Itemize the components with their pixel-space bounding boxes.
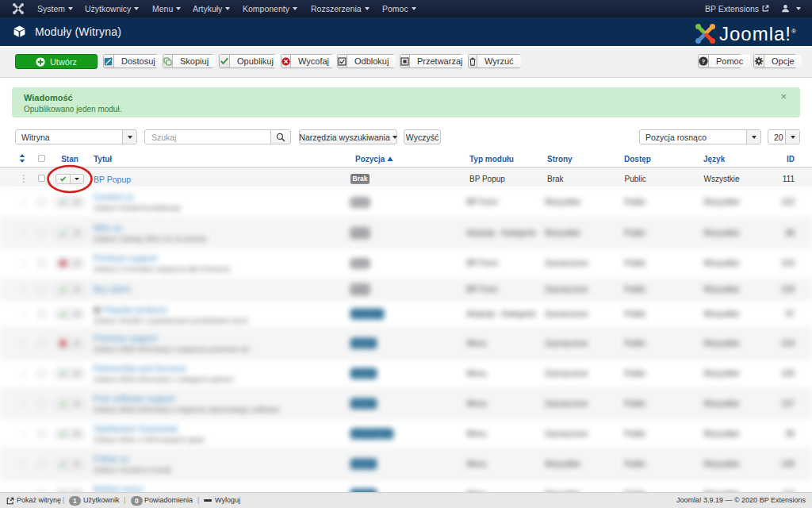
svg-text:?: ? [702,58,706,65]
